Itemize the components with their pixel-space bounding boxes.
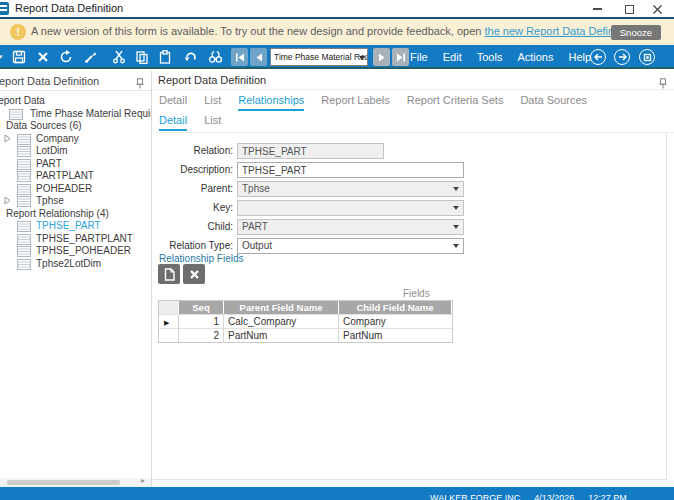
tree-node-part[interactable]: PART <box>0 158 151 171</box>
cut-icon[interactable] <box>110 49 127 65</box>
search-icon[interactable] <box>207 49 224 65</box>
pin-icon[interactable] <box>136 75 144 93</box>
tree-node-report[interactable]: Time Phase Material Requirement <box>0 108 151 121</box>
tab-report-criteria-sets[interactable]: Report Criteria Sets <box>407 94 504 111</box>
child-dropdown[interactable]: PART <box>237 219 464 235</box>
key-label: Key: <box>153 200 233 216</box>
status-date: 4/13/2026 <box>534 493 574 500</box>
pin-icon[interactable] <box>659 75 667 93</box>
menu-bar: File Edit Tools Actions Help <box>410 45 591 69</box>
copy-icon[interactable] <box>133 49 150 65</box>
key-dropdown[interactable] <box>237 200 464 216</box>
refresh-icon[interactable] <box>57 49 74 65</box>
cell-child-field[interactable]: Company <box>339 314 452 328</box>
delete-icon[interactable] <box>34 49 51 65</box>
new-split-caret-icon[interactable] <box>0 49 6 65</box>
close-button[interactable] <box>646 2 668 16</box>
tree-node-label: Tphse <box>36 195 64 206</box>
tab-relationships[interactable]: Relationships <box>238 94 304 111</box>
relation-type-dropdown[interactable]: Output <box>237 238 464 254</box>
tree-panel-title: Report Data Definition <box>0 75 99 87</box>
cell-seq[interactable]: 2 <box>179 328 224 342</box>
menu-file[interactable]: File <box>410 51 428 63</box>
grid-header-parent-field[interactable]: Parent Field Name <box>224 301 339 314</box>
tree-node-company[interactable]: Company <box>0 133 151 146</box>
relation-field[interactable] <box>237 143 384 159</box>
forward-button[interactable] <box>614 49 630 65</box>
menu-actions[interactable]: Actions <box>517 51 553 63</box>
scrollbar-thumb[interactable] <box>7 480 120 485</box>
delete-field-button[interactable] <box>183 264 205 284</box>
main-panel-title: Report Data Definition <box>158 74 266 86</box>
first-record-button[interactable] <box>231 48 248 66</box>
record-selector-value: Time Phase Material Requirement <box>274 52 368 62</box>
scroll-right-icon[interactable]: ▸ <box>141 476 145 485</box>
tab-report-labels[interactable]: Report Labels <box>321 94 390 111</box>
new-version-banner: ! A new version of this form is availabl… <box>0 19 674 45</box>
subtab-detail[interactable]: Detail <box>159 114 187 131</box>
new-document-icon <box>164 268 175 281</box>
back-button[interactable] <box>590 49 606 65</box>
dropdown-caret-icon <box>453 206 459 210</box>
window-title: Report Data Definition <box>15 2 123 14</box>
new-field-button[interactable] <box>158 264 180 284</box>
tree-panel-header: Report Data Definition <box>0 71 151 91</box>
description-field[interactable] <box>237 162 464 178</box>
tree-node-poheader[interactable]: POHEADER <box>0 183 151 196</box>
tab-data-sources[interactable]: Data Sources <box>520 94 587 111</box>
snooze-button[interactable]: Snooze <box>611 25 661 40</box>
menu-edit[interactable]: Edit <box>443 51 462 63</box>
grid-header-row: Seq Parent Field Name Child Field Name <box>159 301 452 314</box>
previous-record-button[interactable] <box>250 48 267 66</box>
cell-parent-field[interactable]: Calc_Company <box>224 314 339 328</box>
grid-row-1[interactable]: ▶ 1 Calc_Company Company <box>159 314 452 328</box>
tree-node-tphse-poheader[interactable]: TPHSE_POHEADER <box>0 245 151 258</box>
tree-node-report-data[interactable]: Report Data <box>0 95 151 108</box>
tab-list[interactable]: List <box>204 94 221 111</box>
tree-node-label: Data Sources (6) <box>6 120 82 131</box>
row-selector-cell[interactable] <box>159 328 179 342</box>
tree-node-data-sources[interactable]: Data Sources (6) <box>0 120 151 133</box>
undo-icon[interactable] <box>182 49 199 65</box>
cell-seq[interactable]: 1 <box>179 314 224 328</box>
tree-node-tphse[interactable]: Tphse <box>0 195 151 208</box>
main-panel: Report Data Definition Detail List Relat… <box>153 71 674 487</box>
tab-detail[interactable]: Detail <box>159 94 187 111</box>
tree-panel: Report Data Definition Report Data Time … <box>0 71 152 487</box>
grid-header-seq[interactable]: Seq <box>179 301 224 314</box>
row-selector-cell[interactable]: ▶ <box>159 314 179 328</box>
home-button[interactable] <box>639 49 655 65</box>
cell-child-field[interactable]: PartNum <box>339 328 452 342</box>
grid-row-2[interactable]: 2 PartNum PartNum <box>159 328 452 342</box>
back-arrow-icon <box>594 53 603 61</box>
clear-icon[interactable] <box>82 49 99 65</box>
parent-dropdown[interactable]: Tphse <box>237 181 464 197</box>
tree-node-tphse2lotdim[interactable]: Tphse2LotDim <box>0 258 151 271</box>
cell-parent-field[interactable]: PartNum <box>224 328 339 342</box>
menu-help[interactable]: Help <box>568 51 591 63</box>
minimize-button[interactable] <box>586 2 608 16</box>
last-record-button[interactable] <box>392 48 409 66</box>
tree-node-tphse-partplant[interactable]: TPHSE_PARTPLANT <box>0 233 151 246</box>
banner-text-before: A new version of this form is available.… <box>31 25 485 37</box>
status-bar: WALKER FORGE INC4/13/202612:27 PM <box>0 487 674 500</box>
dropdown-caret-icon <box>453 225 459 229</box>
menu-tools[interactable]: Tools <box>477 51 503 63</box>
maximize-button[interactable] <box>618 2 640 16</box>
save-icon[interactable] <box>10 49 27 65</box>
tree-node-label: TPHSE_POHEADER <box>36 245 131 256</box>
tree-horizontal-scrollbar[interactable]: ▸ <box>0 478 151 487</box>
tree-node-label: LotDim <box>36 145 68 156</box>
dropdown-caret-icon <box>453 187 459 191</box>
record-selector-combobox[interactable]: Time Phase Material Requirement <box>270 48 368 66</box>
paste-icon[interactable] <box>156 49 173 65</box>
home-icon <box>643 53 652 62</box>
tree-node-partplant[interactable]: PARTPLANT <box>0 170 151 183</box>
tree-node-tphse-part[interactable]: TPHSE_PART <box>0 220 151 233</box>
tree-node-lotdim[interactable]: LotDim <box>0 145 151 158</box>
tree-node-label: PART <box>36 158 62 169</box>
tree-node-report-relationship[interactable]: Report Relationship (4) <box>0 208 151 221</box>
subtab-list[interactable]: List <box>204 114 221 131</box>
next-record-button[interactable] <box>373 48 390 66</box>
grid-header-child-field[interactable]: Child Field Name <box>339 301 452 314</box>
